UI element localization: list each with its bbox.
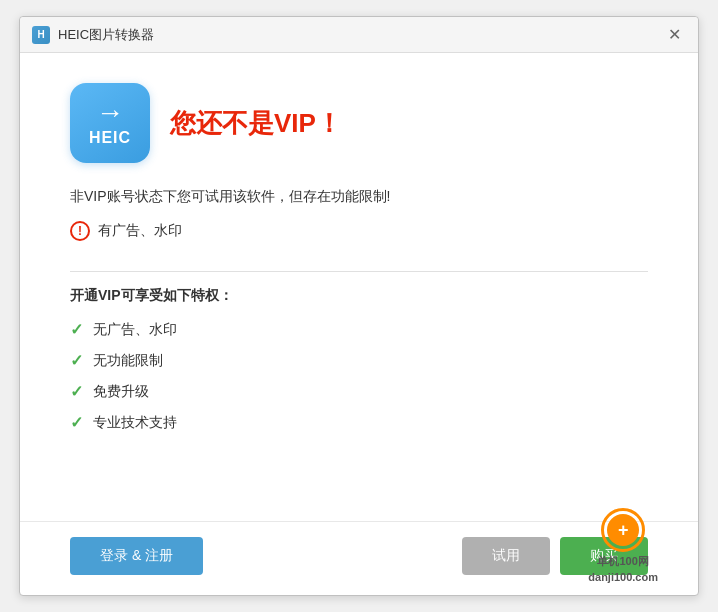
benefit-item-3: ✓ 免费升级	[70, 382, 648, 401]
watermark-inner: +	[607, 514, 639, 546]
header-section: → HEIC 您还不是VIP！	[70, 83, 648, 163]
check-icon-4: ✓	[70, 413, 83, 432]
subtitle: 非VIP账号状态下您可试用该软件，但存在功能限制!	[70, 188, 648, 206]
titlebar-left: H HEIC图片转换器	[32, 26, 154, 44]
check-icon-1: ✓	[70, 320, 83, 339]
app-icon: → HEIC	[70, 83, 150, 163]
app-icon-text: HEIC	[89, 129, 131, 147]
benefit-item-4: ✓ 专业技术支持	[70, 413, 648, 432]
main-window: H HEIC图片转换器 ✕ → HEIC 您还不是VIP！ 非VIP账号状态下您…	[19, 16, 699, 596]
site-name-top: 单机100网	[597, 554, 648, 569]
titlebar: H HEIC图片转换器 ✕	[20, 17, 698, 53]
warning-text: 有广告、水印	[98, 222, 182, 240]
warning-icon: !	[70, 221, 90, 241]
content-area: → HEIC 您还不是VIP！ 非VIP账号状态下您可试用该软件，但存在功能限制…	[20, 53, 698, 521]
titlebar-app-icon: H	[32, 26, 50, 44]
warning-item: ! 有广告、水印	[70, 221, 648, 241]
benefit-item-2: ✓ 无功能限制	[70, 351, 648, 370]
footer: 登录 & 注册 试用 购买 + 单机100网 danji100.com	[20, 521, 698, 595]
benefit-text-3: 免费升级	[93, 383, 149, 401]
watermark-container: + 单机100网 danji100.com	[588, 508, 658, 583]
vip-title: 您还不是VIP！	[170, 106, 342, 141]
site-name-bottom: danji100.com	[588, 571, 658, 583]
benefit-text-4: 专业技术支持	[93, 414, 177, 432]
benefits-title: 开通VIP可享受如下特权：	[70, 287, 648, 305]
trial-button[interactable]: 试用	[462, 537, 550, 575]
close-button[interactable]: ✕	[662, 23, 686, 47]
check-icon-3: ✓	[70, 382, 83, 401]
benefit-text-1: 无广告、水印	[93, 321, 177, 339]
divider	[70, 271, 648, 272]
benefit-text-2: 无功能限制	[93, 352, 163, 370]
watermark-logo: +	[601, 508, 645, 552]
app-icon-arrow: →	[96, 99, 124, 127]
check-icon-2: ✓	[70, 351, 83, 370]
titlebar-title: HEIC图片转换器	[58, 26, 154, 44]
benefit-item-1: ✓ 无广告、水印	[70, 320, 648, 339]
login-button[interactable]: 登录 & 注册	[70, 537, 203, 575]
